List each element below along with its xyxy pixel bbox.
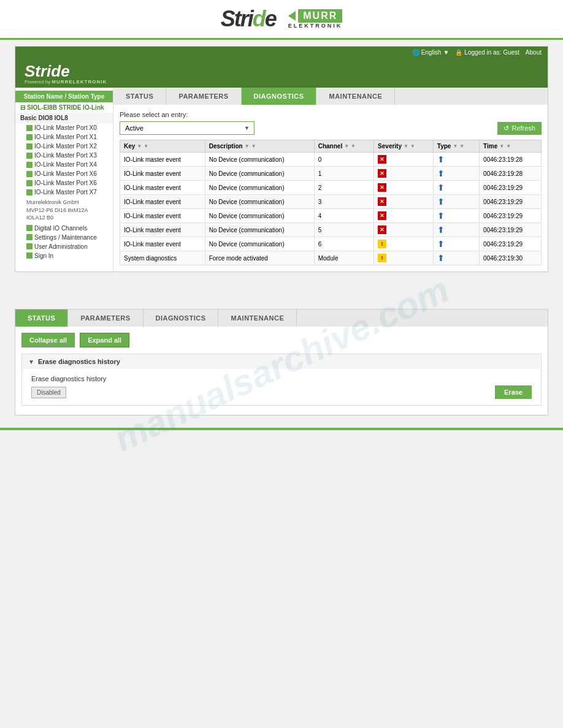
- cell-severity: ✕: [374, 167, 434, 181]
- digital-io-icon: [26, 225, 33, 231]
- sidebar-item-port-x6a[interactable]: IO-Link Master Port X6: [15, 169, 113, 178]
- table-row: IO-Link master event No Device (communic…: [120, 195, 542, 209]
- table-row: IO-Link master event No Device (communic…: [120, 181, 542, 195]
- murr-brand: MURR: [298, 9, 342, 23]
- expand-all-button[interactable]: Expand all: [80, 333, 129, 347]
- cell-key: IO-Link master event: [120, 167, 205, 181]
- cell-time: 0046:23:19:29: [480, 195, 542, 209]
- tab-parameters[interactable]: PARAMETERS: [166, 88, 241, 105]
- cell-description: No Device (communication): [205, 209, 314, 223]
- cell-key: IO-Link master event: [120, 209, 205, 223]
- type-upload-icon: ⬆: [437, 154, 445, 164]
- type-upload-icon: ⬆: [437, 225, 445, 235]
- filter-key-icon[interactable]: ▼: [144, 143, 148, 149]
- filter-chan-icon[interactable]: ▼: [351, 143, 356, 149]
- filter-time-icon[interactable]: ▼: [506, 143, 511, 149]
- filter-type-icon[interactable]: ▼: [459, 143, 464, 149]
- collapse-all-button[interactable]: Collapse all: [21, 333, 75, 347]
- type-upload-icon: ⬆: [437, 239, 445, 249]
- refresh-button[interactable]: ↺ Refresh: [497, 122, 542, 135]
- filter-desc-icon[interactable]: ▼: [251, 143, 256, 149]
- sidebar-item-settings[interactable]: Settings / Maintenance: [15, 233, 113, 242]
- device-info: Murrelektronik GmbH MVP12-P6 DI16 8xM12A…: [15, 197, 113, 224]
- type-upload-icon: ⬆: [437, 169, 445, 178]
- type-upload-icon: ⬆: [437, 253, 445, 263]
- language-selector[interactable]: 🌐 English ▼: [412, 49, 450, 56]
- cell-channel: 2: [314, 181, 373, 195]
- murr-logo: MURR ELEKTRONIK: [288, 9, 343, 29]
- col-severity[interactable]: Severity ▼ ▼: [374, 140, 434, 153]
- cell-type: ⬆: [433, 223, 479, 237]
- col-time[interactable]: Time ▼ ▼: [480, 140, 542, 153]
- sidebar-item-port-x0[interactable]: IO-Link Master Port X0: [15, 123, 113, 132]
- about-link[interactable]: About: [526, 49, 542, 56]
- type-upload-icon: ⬆: [437, 197, 445, 207]
- murr-sub: ELEKTRONIK: [288, 23, 343, 29]
- bottom-footer: [0, 428, 563, 430]
- port-icon-x3: [26, 153, 33, 159]
- tab-status[interactable]: STATUS: [113, 88, 166, 105]
- port-icon-x0: [26, 125, 33, 131]
- erase-button[interactable]: Erase: [495, 385, 532, 399]
- sidebar-item-port-x6b[interactable]: IO-Link Master Port X6: [15, 178, 113, 188]
- port-icon-x2: [26, 143, 33, 150]
- sidebar-item-port-x7[interactable]: IO-Link Master Port X7: [15, 188, 113, 197]
- table-row: IO-Link master event No Device (communic…: [120, 223, 542, 237]
- maint-tab-parameters[interactable]: PARAMETERS: [68, 309, 143, 327]
- diagnostics-content: Please select an entry: Active ↺ Refresh: [113, 105, 548, 271]
- cell-type: ⬆: [433, 237, 479, 251]
- sidebar-section: Basic DIO8 IOL8: [15, 113, 113, 123]
- erase-section-body: Erase diagnostics history Disabled Erase: [22, 369, 541, 405]
- cell-channel: 5: [314, 223, 373, 237]
- cell-time: 0046:23:19:30: [480, 251, 542, 265]
- sort-type-icon: ▼: [453, 143, 458, 149]
- cell-severity: ✕: [374, 181, 434, 195]
- maint-tab-maintenance[interactable]: MAINTENANCE: [218, 309, 297, 327]
- erase-section-header[interactable]: ▼ Erase diagnostics history: [22, 354, 541, 369]
- maint-tab-status[interactable]: STATUS: [15, 309, 68, 327]
- tab-maintenance[interactable]: MAINTENANCE: [316, 88, 395, 105]
- cell-key: System diagnostics: [120, 251, 205, 265]
- table-row: System diagnostics Force mode activated …: [120, 251, 542, 265]
- page-separator: [0, 278, 563, 303]
- logged-in-label: Logged in as: Guest: [464, 49, 519, 56]
- sidebar-item-port-x4[interactable]: IO-Link Master Port X4: [15, 160, 113, 169]
- cell-description: No Device (communication): [205, 181, 314, 195]
- col-type[interactable]: Type ▼ ▼: [433, 140, 479, 153]
- cell-severity: !: [374, 251, 434, 265]
- filter-sev-icon[interactable]: ▼: [410, 143, 415, 149]
- cell-time: 0046:23:19:28: [480, 153, 542, 167]
- cell-description: No Device (communication): [205, 167, 314, 181]
- col-channel[interactable]: Channel ▼ ▼: [314, 140, 373, 153]
- type-upload-icon: ⬆: [437, 211, 445, 221]
- maintenance-content: Collapse all Expand all ▼ Erase diagnost…: [15, 327, 548, 415]
- app-container-2: STATUS PARAMETERS DIAGNOSTICS MAINTENANC…: [15, 309, 548, 415]
- tab-diagnostics[interactable]: DIAGNOSTICS: [242, 88, 317, 105]
- sidebar-item-sign-in[interactable]: Sign In: [15, 251, 113, 260]
- cell-key: IO-Link master event: [120, 237, 205, 251]
- table-row: IO-Link master event No Device (communic…: [120, 209, 542, 223]
- maint-tab-diagnostics[interactable]: DIAGNOSTICS: [144, 309, 219, 327]
- sidebar-item-port-x2[interactable]: IO-Link Master Port X2: [15, 142, 113, 151]
- sidebar-item-user-admin[interactable]: User Administration: [15, 242, 113, 251]
- table-row: IO-Link master event No Device (communic…: [120, 237, 542, 251]
- port-icon-x4: [26, 162, 33, 168]
- sidebar-item-port-x3[interactable]: IO-Link Master Port X3: [15, 151, 113, 160]
- expand-collapse-row: Collapse all Expand all: [21, 333, 542, 347]
- sign-in-icon: [26, 252, 33, 259]
- filter-dropdown[interactable]: Active: [120, 121, 255, 135]
- severity-badge: ✕: [378, 197, 386, 206]
- user-info: 🔒 Logged in as: Guest: [455, 49, 519, 56]
- sidebar-item-digital-io[interactable]: Digital IO Channels: [15, 224, 113, 233]
- col-key[interactable]: Key ▼ ▼: [120, 140, 205, 153]
- cell-key: IO-Link master event: [120, 181, 205, 195]
- sort-sev-icon: ▼: [404, 143, 408, 149]
- cell-key: IO-Link master event: [120, 223, 205, 237]
- sidebar-item-port-x1[interactable]: IO-Link Master Port X1: [15, 132, 113, 142]
- diagnostics-table: Key ▼ ▼ Description ▼ ▼: [120, 140, 542, 265]
- sort-desc-icon: ▼: [245, 143, 250, 149]
- settings-icon: [26, 234, 33, 240]
- severity-badge: !: [378, 240, 386, 248]
- col-description[interactable]: Description ▼ ▼: [205, 140, 314, 153]
- language-label[interactable]: English: [421, 49, 442, 56]
